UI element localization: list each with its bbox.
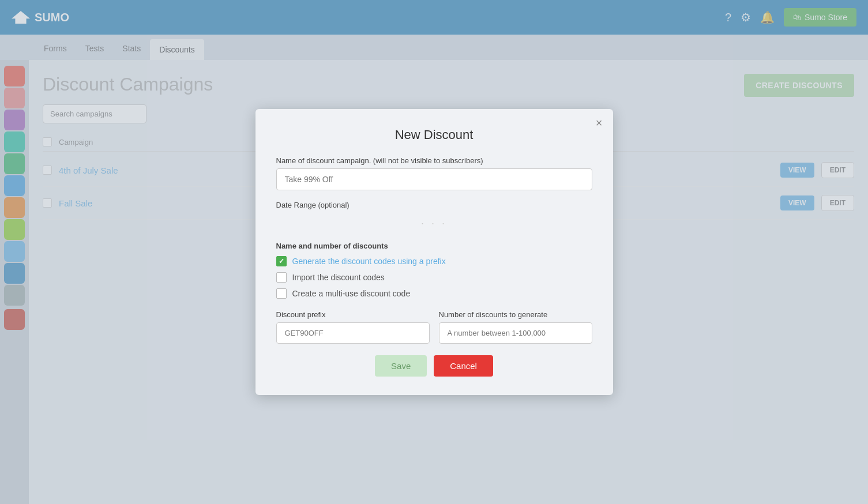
option-row-0: Generate the discount codes using a pref…	[276, 256, 592, 266]
option-checkbox-2[interactable]	[276, 288, 287, 299]
new-discount-modal: × New Discount Name of discount campaign…	[255, 109, 613, 395]
number-of-discounts-field: Number of discounts to generate	[439, 310, 592, 344]
date-range-label: Date Range (optional)	[276, 201, 592, 209]
modal-close-button[interactable]: ×	[596, 117, 603, 129]
discount-fields: Discount prefix Number of discounts to g…	[276, 310, 592, 344]
option-row-2: Create a multi-use discount code	[276, 288, 592, 299]
discount-prefix-field: Discount prefix	[276, 310, 430, 344]
date-range-dots: · · ·	[421, 217, 447, 230]
cancel-button[interactable]: Cancel	[434, 355, 493, 377]
save-button[interactable]: Save	[375, 355, 427, 377]
option-checkbox-1[interactable]	[276, 272, 287, 283]
option-row-1: Import the discount codes	[276, 272, 592, 283]
date-range-field[interactable]: · · ·	[276, 213, 592, 231]
option-checkbox-0[interactable]	[276, 256, 287, 266]
discounts-section-title: Name and number of discounts	[276, 242, 592, 250]
campaign-name-label: Name of discount campaign. (will not be …	[276, 156, 592, 165]
modal-title: New Discount	[276, 127, 592, 142]
discount-prefix-input[interactable]	[276, 322, 430, 344]
modal-actions: Save Cancel	[276, 355, 592, 377]
option-label-2[interactable]: Create a multi-use discount code	[292, 289, 411, 298]
campaign-name-input[interactable]	[276, 168, 592, 190]
option-label-0[interactable]: Generate the discount codes using a pref…	[292, 257, 446, 266]
option-label-1[interactable]: Import the discount codes	[292, 273, 385, 282]
discount-prefix-label: Discount prefix	[276, 310, 430, 319]
number-of-discounts-input[interactable]	[439, 322, 592, 344]
number-of-discounts-label: Number of discounts to generate	[439, 310, 592, 319]
modal-overlay[interactable]: × New Discount Name of discount campaign…	[0, 0, 868, 504]
